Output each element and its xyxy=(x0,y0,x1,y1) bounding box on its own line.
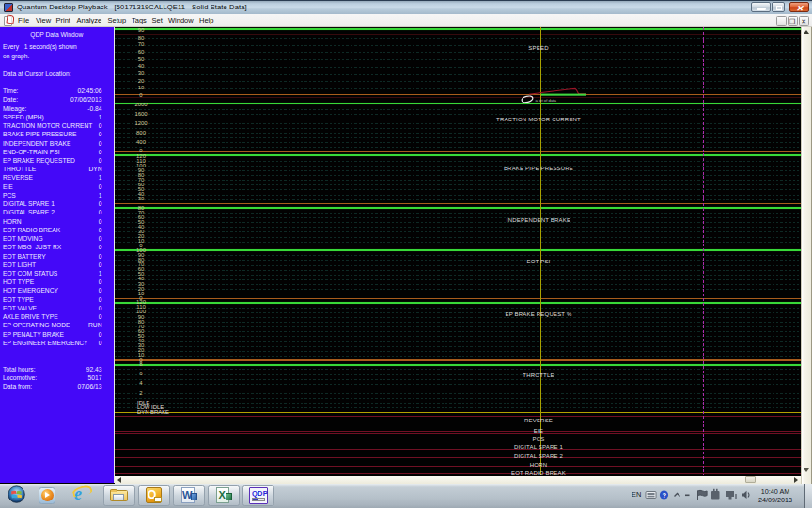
svg-text:?: ? xyxy=(663,491,667,500)
svg-text:a lot of data: a lot of data xyxy=(536,98,557,103)
